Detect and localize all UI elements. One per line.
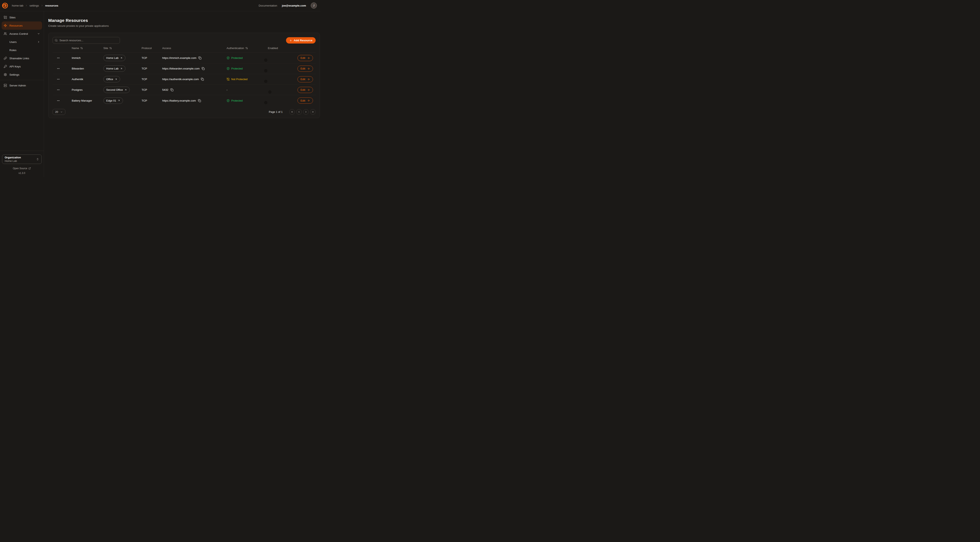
sidebar-item-access-control[interactable]: Access Control	[2, 30, 42, 38]
documentation-link[interactable]: Documentation	[259, 4, 277, 7]
breadcrumb-org[interactable]: home-lab	[12, 4, 23, 7]
sidebar-item-api-keys[interactable]: API Keys	[2, 62, 42, 70]
auth-status-label: -	[227, 88, 228, 91]
site-link-badge[interactable]: Second Office	[103, 87, 130, 93]
sort-icon	[109, 47, 112, 49]
avatar[interactable]: J	[311, 2, 317, 9]
ellipsis-icon	[57, 67, 60, 70]
chevrons-up-down-icon	[36, 158, 39, 161]
column-header-name[interactable]: Name	[72, 46, 103, 49]
sidebar-item-label: Shareable Links	[10, 57, 29, 60]
breadcrumb-settings[interactable]: settings	[29, 4, 39, 7]
toggle-knob	[264, 69, 267, 72]
column-header-site[interactable]: Site	[103, 46, 142, 49]
sidebar-item-shareable-links[interactable]: Shareable Links	[2, 54, 42, 62]
resource-name: Battery Manager	[72, 99, 103, 102]
arrow-right-icon	[307, 99, 310, 102]
resource-protocol: TCP	[142, 56, 162, 59]
page-subtitle: Create secure proxies to your private ap…	[48, 24, 320, 27]
arrow-up-right-icon	[118, 99, 120, 102]
sidebar-item-label: API Keys	[10, 65, 21, 68]
main-content: Manage Resources Create secure proxies t…	[44, 11, 320, 177]
search-input[interactable]	[52, 37, 120, 44]
edit-label: Edit	[301, 78, 305, 81]
previous-page-button[interactable]	[296, 109, 302, 115]
column-header-access: Access	[162, 46, 227, 49]
resource-protocol: TCP	[142, 99, 162, 102]
sidebar-item-resources[interactable]: Resources	[2, 21, 42, 30]
search-icon	[55, 39, 57, 42]
toggle-knob	[264, 80, 267, 83]
sidebar-item-server-admin[interactable]: Server Admin	[2, 81, 42, 89]
copy-button[interactable]	[198, 99, 201, 102]
row-menu-button[interactable]	[52, 67, 72, 70]
site-name: Home Lab	[106, 67, 118, 70]
org-selector[interactable]: Organization Home Lab	[2, 155, 42, 164]
chevron-down-icon	[60, 111, 63, 113]
sidebar-item-label: Sites	[10, 16, 16, 19]
sidebar: Sites Resources Access Control Users Rol…	[0, 11, 44, 177]
page-title: Manage Resources	[48, 18, 320, 23]
auth-status-badge: -	[227, 88, 268, 91]
resource-protocol: TCP	[142, 67, 162, 70]
sidebar-item-sites[interactable]: Sites	[2, 13, 42, 21]
edit-button[interactable]: Edit	[298, 65, 313, 72]
auth-status-badge: Protected	[227, 67, 268, 70]
page-indicator: Page 1 of 1	[269, 110, 283, 113]
topbar: home-lab settings resources Documentatio…	[0, 0, 320, 11]
next-page-button[interactable]	[303, 109, 309, 115]
open-source-link[interactable]: Open Source	[0, 167, 44, 170]
edit-button[interactable]: Edit	[298, 55, 313, 61]
row-menu-button[interactable]	[52, 56, 72, 59]
column-header-enabled: Enabled	[268, 46, 298, 49]
auth-status-label: Protected	[231, 99, 243, 102]
app-version: v1.3.0	[0, 172, 44, 175]
arrow-up-right-icon	[120, 67, 123, 70]
user-email[interactable]: joe@example.com	[282, 4, 306, 7]
row-menu-button[interactable]	[52, 78, 72, 81]
copy-icon	[198, 56, 201, 59]
app-logo-icon[interactable]	[2, 2, 8, 9]
sidebar-item-users[interactable]: Users	[2, 38, 42, 46]
page-size-select[interactable]: 20	[52, 109, 65, 115]
copy-icon	[198, 99, 201, 102]
copy-button[interactable]	[202, 67, 205, 70]
ellipsis-icon	[57, 56, 60, 59]
site-link-badge[interactable]: Home Lab	[103, 65, 126, 72]
site-name: Second Office	[106, 88, 123, 91]
edit-button[interactable]: Edit	[298, 76, 313, 82]
first-page-button[interactable]	[289, 109, 295, 115]
copy-button[interactable]	[201, 78, 204, 81]
sort-icon	[245, 47, 248, 49]
sidebar-item-label: Roles	[10, 49, 16, 52]
toggle-knob	[264, 59, 267, 62]
copy-button[interactable]	[198, 56, 201, 59]
last-page-button[interactable]	[310, 109, 316, 115]
row-menu-button[interactable]	[52, 99, 72, 102]
table-row: Postgres Second Office TCP 5432 - Edit	[52, 84, 316, 95]
chevron-right-icon	[25, 4, 27, 7]
row-menu-button[interactable]	[52, 88, 72, 91]
sidebar-item-settings[interactable]: Settings	[2, 70, 42, 79]
users-icon	[4, 32, 7, 35]
org-value: Home Lab	[5, 159, 21, 163]
table-footer: 20 Page 1 of 1	[52, 109, 316, 115]
column-header-protocol: Protocol	[142, 46, 162, 49]
column-header-authentication[interactable]: Authentication	[227, 46, 268, 49]
add-resource-button[interactable]: Add Resource	[286, 37, 316, 43]
edit-button[interactable]: Edit	[298, 87, 313, 93]
sidebar-item-label: Server Admin	[10, 84, 26, 87]
site-name: Edge 01	[106, 99, 116, 102]
chevron-down-icon	[37, 32, 40, 35]
site-link-badge[interactable]: Edge 01	[103, 97, 123, 104]
resource-access-url: 5432	[162, 88, 168, 91]
copy-button[interactable]	[170, 88, 173, 91]
edit-button[interactable]: Edit	[298, 97, 313, 104]
arrow-right-icon	[307, 67, 310, 70]
resource-name: Authentik	[72, 78, 103, 81]
edit-label: Edit	[301, 88, 305, 91]
site-link-badge[interactable]: Home Lab	[103, 55, 126, 61]
site-link-badge[interactable]: Office	[103, 76, 120, 82]
sidebar-item-roles[interactable]: Roles	[2, 46, 42, 54]
shield-check-icon	[227, 99, 230, 102]
